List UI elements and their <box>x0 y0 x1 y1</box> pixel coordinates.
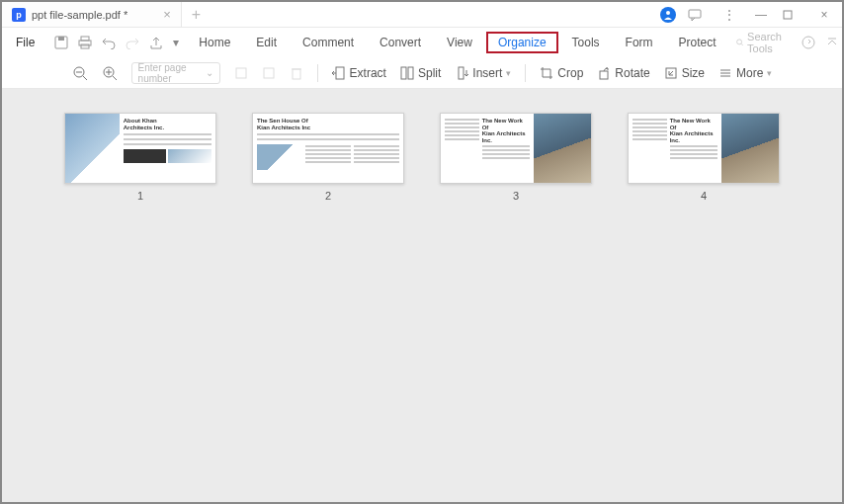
svg-rect-4 <box>58 37 64 41</box>
page-number-label: 3 <box>513 190 519 202</box>
dropdown-icon[interactable]: ▾ <box>173 36 179 49</box>
page-number-input[interactable]: Enter page number ⌄ <box>131 62 220 84</box>
svg-rect-5 <box>81 37 89 41</box>
extract-button[interactable]: Extract <box>332 66 386 80</box>
svg-rect-27 <box>600 71 608 79</box>
tab-comment[interactable]: Comment <box>291 32 366 53</box>
svg-line-14 <box>83 76 87 80</box>
delete-page-button[interactable] <box>290 66 303 80</box>
search-tools[interactable]: Search Tools <box>736 31 795 54</box>
rotate-left-button[interactable] <box>234 66 248 80</box>
window-close-icon[interactable]: × <box>814 8 834 22</box>
svg-rect-20 <box>264 68 274 78</box>
svg-point-8 <box>736 40 741 44</box>
save-icon[interactable] <box>54 36 68 49</box>
svg-line-9 <box>741 43 743 45</box>
comment-icon[interactable] <box>688 8 708 22</box>
menubar: File ▾ Home Edit Comment Convert View Or… <box>2 28 842 57</box>
rotate-right-button[interactable] <box>262 66 276 80</box>
thumbnail-image-icon <box>65 114 120 183</box>
crop-button[interactable]: Crop <box>540 66 583 80</box>
thumbnail-title: The New Work Of Kian Architects Inc. <box>670 118 718 143</box>
svg-rect-25 <box>408 67 413 79</box>
more-button[interactable]: More▾ <box>718 66 772 80</box>
thumbnail-image-icon <box>534 114 591 183</box>
tab-edit[interactable]: Edit <box>244 32 289 53</box>
print-icon[interactable] <box>78 36 92 49</box>
search-icon <box>736 37 743 48</box>
tab-view[interactable]: View <box>435 32 484 53</box>
size-button[interactable]: Size <box>664 66 705 80</box>
page-thumbnail[interactable]: The Sen House Of Kian Architects Inc 2 <box>252 113 404 202</box>
document-tab[interactable]: p ppt file-sample.pdf * × <box>2 2 182 27</box>
redo-icon[interactable] <box>126 36 139 49</box>
tab-tools[interactable]: Tools <box>560 32 612 53</box>
page-number-label: 2 <box>325 190 331 202</box>
svg-line-18 <box>113 76 117 80</box>
page-number-label: 1 <box>137 190 143 202</box>
rotate-button[interactable]: Rotate <box>597 66 649 80</box>
page-thumbnail[interactable]: The New Work Of Kian Architects Inc. 4 <box>628 113 780 202</box>
window-actions: ⋮ — × <box>660 7 842 23</box>
collapse-icon[interactable] <box>825 36 839 49</box>
share-icon[interactable] <box>149 36 163 49</box>
svg-point-10 <box>802 37 814 48</box>
svg-rect-26 <box>459 67 464 79</box>
tab-organize[interactable]: Organize <box>486 32 558 53</box>
zoom-in-button[interactable] <box>102 65 118 81</box>
page-thumbnails-area: About Khan Architects Inc. 1 The Sen Hou… <box>2 89 842 502</box>
main-tabs: Home Edit Comment Convert View Organize … <box>187 32 727 53</box>
tab-form[interactable]: Form <box>614 32 665 53</box>
thumbnail-title: The New Work Of Kian Architects Inc. <box>482 118 531 143</box>
split-button[interactable]: Split <box>400 66 441 80</box>
thumbnail-title: About Khan Architects Inc. <box>124 118 211 130</box>
user-avatar-icon[interactable] <box>660 7 676 23</box>
titlebar: p ppt file-sample.pdf * × + ⋮ — × <box>2 2 842 28</box>
tab-protect[interactable]: Protect <box>667 32 728 53</box>
help-icon[interactable] <box>802 36 815 49</box>
zoom-out-button[interactable] <box>72 65 88 81</box>
svg-point-0 <box>666 11 670 15</box>
app-icon: p <box>12 8 26 22</box>
tab-home[interactable]: Home <box>187 32 242 53</box>
svg-rect-2 <box>784 11 792 19</box>
undo-icon[interactable] <box>102 36 116 49</box>
tab-title: ppt file-sample.pdf * <box>32 9 127 21</box>
svg-rect-1 <box>689 10 701 18</box>
new-tab-button[interactable]: + <box>182 6 211 24</box>
thumbnail-image-icon <box>721 114 779 183</box>
window-minimize-icon[interactable]: — <box>751 8 771 22</box>
thumbnail-title: The Sen House Of Kian Architects Inc <box>257 118 399 130</box>
page-number-label: 4 <box>701 190 707 202</box>
page-thumbnail[interactable]: About Khan Architects Inc. 1 <box>64 113 216 202</box>
page-number-placeholder: Enter page number <box>138 62 206 84</box>
svg-rect-21 <box>293 69 300 79</box>
organize-toolbar: Enter page number ⌄ Extract Split Insert… <box>2 57 842 89</box>
window-maximize-icon[interactable] <box>783 10 802 20</box>
kebab-menu-icon[interactable]: ⋮ <box>719 8 739 22</box>
svg-rect-23 <box>336 67 344 79</box>
tab-convert[interactable]: Convert <box>368 32 433 53</box>
search-placeholder: Search Tools <box>747 31 786 54</box>
svg-rect-19 <box>236 68 246 78</box>
svg-rect-24 <box>401 67 406 79</box>
chevron-down-icon: ⌄ <box>206 67 213 78</box>
page-thumbnail[interactable]: The New Work Of Kian Architects Inc. 3 <box>440 113 592 202</box>
file-menu[interactable]: File <box>10 32 41 53</box>
tab-close-icon[interactable]: × <box>163 7 171 22</box>
insert-button[interactable]: Insert▾ <box>455 66 511 80</box>
